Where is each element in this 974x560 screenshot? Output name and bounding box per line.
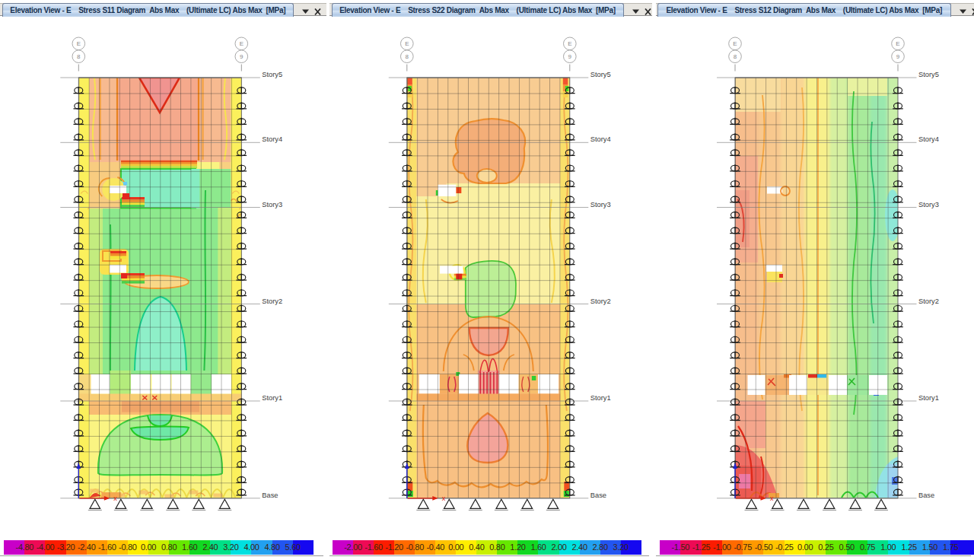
svg-text:x: x [442, 495, 446, 502]
svg-text:x: x [770, 495, 774, 502]
svg-text:Story2: Story2 [918, 298, 939, 305]
svg-text:Story4: Story4 [590, 135, 611, 143]
svg-text:Base: Base [590, 492, 606, 499]
svg-text:Base: Base [262, 492, 278, 499]
svg-text:Story3: Story3 [590, 201, 611, 208]
svg-text:Story2: Story2 [262, 298, 282, 305]
svg-text:8: 8 [77, 53, 81, 60]
svg-text:Story3: Story3 [262, 201, 282, 208]
svg-text:8: 8 [406, 53, 409, 60]
svg-text:Story4: Story4 [918, 135, 939, 143]
svg-text:Base: Base [918, 492, 934, 499]
svg-text:9: 9 [896, 53, 900, 60]
svg-text:Story5: Story5 [918, 71, 939, 78]
svg-text:Story5: Story5 [590, 71, 611, 78]
svg-text:Story2: Story2 [590, 298, 611, 305]
svg-text:9: 9 [240, 53, 244, 60]
svg-text:8: 8 [734, 53, 737, 60]
svg-text:Story3: Story3 [918, 201, 939, 208]
svg-text:Story4: Story4 [262, 135, 282, 143]
svg-text:Story1: Story1 [918, 394, 939, 402]
svg-text:9: 9 [568, 53, 572, 60]
svg-text:Story1: Story1 [262, 394, 282, 402]
svg-text:x: x [113, 495, 117, 502]
svg-text:Story1: Story1 [590, 394, 611, 402]
svg-text:Story5: Story5 [262, 71, 282, 78]
